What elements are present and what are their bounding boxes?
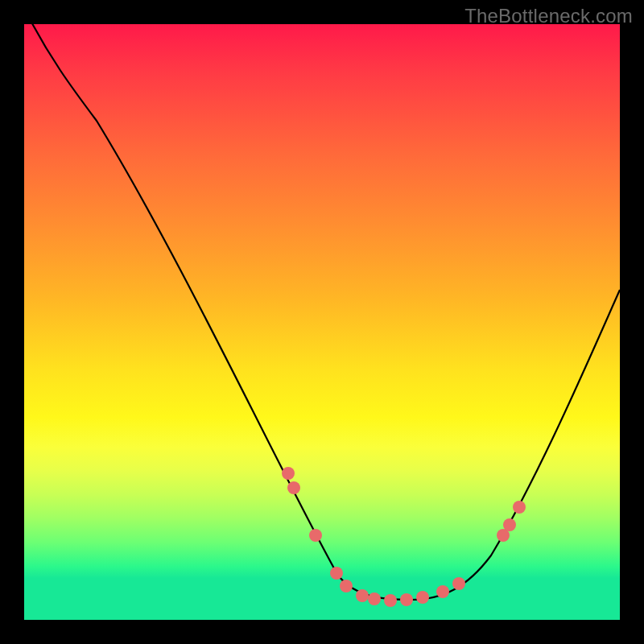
chart-frame: TheBottleneck.com [0,0,644,644]
curve-marker [287,481,300,494]
curve-marker [384,594,397,607]
curve-marker [400,593,413,606]
curve-marker [416,591,429,604]
curve-svg [24,24,620,620]
plot-area [24,24,620,620]
curve-marker [330,567,343,580]
curve-marker [503,518,516,531]
bottleneck-curve-path [24,24,620,600]
watermark-text: TheBottleneck.com [464,5,633,27]
marker-group [282,467,526,607]
curve-marker [282,467,295,480]
curve-marker [340,580,353,592]
curve-marker [513,501,526,514]
curve-marker [309,529,322,542]
curve-marker [356,589,369,602]
curve-marker [452,577,465,590]
curve-marker [368,592,381,605]
curve-marker [436,585,449,598]
